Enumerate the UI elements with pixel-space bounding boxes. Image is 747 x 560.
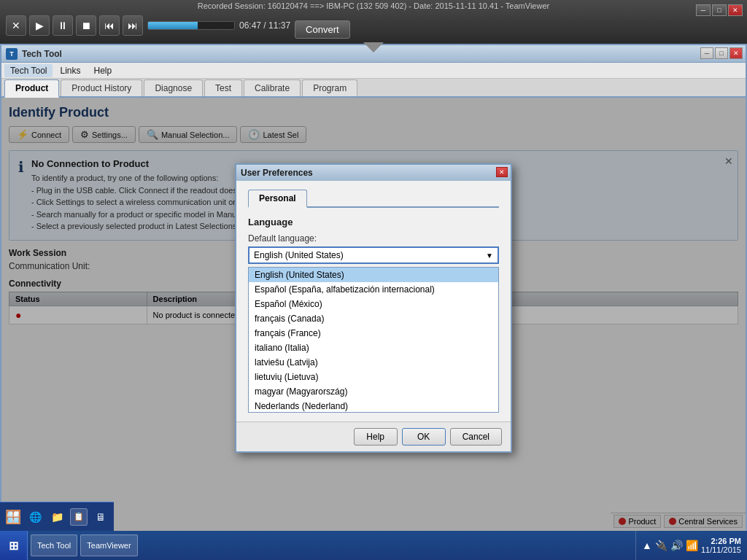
- explorer-icon[interactable]: 📁: [48, 508, 66, 526]
- windows-icon[interactable]: 🪟: [4, 508, 22, 526]
- taskbar-item-techtool[interactable]: Tech Tool: [31, 534, 77, 556]
- dialog-tab-personal[interactable]: Personal: [248, 190, 307, 208]
- lang-option-francais-ca[interactable]: français (Canada): [249, 311, 498, 326]
- lang-option-lietuviu[interactable]: lietuvių (Lietuva): [249, 370, 498, 384]
- dialog-body: Personal Language Default language: Engl…: [236, 181, 511, 421]
- menu-help[interactable]: Help: [88, 64, 118, 77]
- teamviewer-icon[interactable]: 🖥: [92, 508, 109, 526]
- system-clock[interactable]: 2:26 PM 11/11/2015: [701, 537, 741, 554]
- tab-product[interactable]: Product: [4, 79, 59, 98]
- tray-signal-icon[interactable]: 📶: [686, 540, 698, 551]
- dialog-tabs: Personal: [248, 190, 499, 208]
- dialog-footer: Help OK Cancel: [236, 421, 511, 451]
- app-minimize-btn[interactable]: ─: [700, 47, 713, 59]
- dialog-cancel-btn[interactable]: Cancel: [450, 428, 502, 446]
- tab-bar: Product Product History Diagnose Test Ca…: [1, 79, 746, 98]
- tv-progress-bar[interactable]: [147, 21, 235, 30]
- lang-option-english-us[interactable]: English (United States): [249, 268, 498, 282]
- tv-arrow-indicator: [363, 42, 384, 52]
- lang-option-espanol-mx[interactable]: Español (México): [249, 297, 498, 311]
- language-select[interactable]: English (United States) ▼: [248, 246, 499, 264]
- app-close-btn[interactable]: ✕: [729, 47, 743, 59]
- tv-rewind-btn[interactable]: ⏮: [99, 15, 120, 36]
- language-select-wrapper: English (United States) ▼: [248, 246, 499, 264]
- tv-time: 06:47 / 11:37: [239, 20, 290, 31]
- tv-title: Recorded Session: 160120474 ==> IBM-PC (…: [0, 0, 747, 10]
- tv-maximize-btn[interactable]: □: [712, 4, 727, 16]
- app-window: T Tech Tool ─ □ ✕ Tech Tool Links Help P…: [0, 44, 747, 560]
- tv-play-btn[interactable]: ▶: [29, 15, 50, 36]
- lang-option-latviesu[interactable]: latviešu (Latvija): [249, 355, 498, 370]
- dialog-field-language-label: Default language:: [248, 233, 499, 244]
- tv-minimize-btn[interactable]: ─: [696, 4, 711, 16]
- lang-option-nederlands[interactable]: Nederlands (Nederland): [249, 399, 498, 413]
- dialog-title: User Preferences: [241, 168, 313, 178]
- clock-date: 11/11/2015: [701, 545, 741, 554]
- app-icon: T: [6, 48, 18, 60]
- tv-progress-fill: [148, 22, 198, 29]
- tray-volume-icon[interactable]: 🔊: [670, 540, 683, 551]
- tv-close-window-btn[interactable]: ✕: [728, 4, 743, 16]
- tv-pause-btn[interactable]: ⏸: [53, 15, 73, 36]
- app-title: Tech Tool: [22, 49, 62, 59]
- dialog-section-language: Language: [248, 217, 499, 228]
- windows-start-icon: ⊞: [9, 539, 18, 553]
- tab-program[interactable]: Program: [302, 79, 357, 96]
- tray-arrow-icon[interactable]: ▲: [642, 540, 652, 551]
- dialog-help-btn[interactable]: Help: [354, 428, 398, 446]
- start-button[interactable]: ⊞: [0, 531, 28, 560]
- tab-diagnose[interactable]: Diagnose: [144, 79, 203, 96]
- lang-option-italiano[interactable]: italiano (Italia): [249, 341, 498, 355]
- tab-test[interactable]: Test: [204, 79, 242, 96]
- quick-launch-bar: 🪟 🌐 📁 📋 🖥: [0, 502, 114, 531]
- tv-window-controls: ─ □ ✕: [696, 4, 743, 16]
- taskbar: ⊞ Tech Tool TeamViewer ▲ 🔌 🔊 📶 2:26 PM 1…: [0, 531, 747, 560]
- taskbar-items: Tech Tool TeamViewer: [28, 532, 635, 559]
- tv-progress-area: 06:47 / 11:37 Convert: [147, 13, 350, 39]
- teamviewer-bar: Recorded Session: 160120474 ==> IBM-PC (…: [0, 0, 747, 44]
- lang-option-magyar[interactable]: magyar (Magyarország): [249, 384, 498, 399]
- tab-calibrate[interactable]: Calibrate: [244, 79, 301, 96]
- user-preferences-dialog: User Preferences ✕ Personal Language Def…: [235, 163, 512, 453]
- menu-techtool[interactable]: Tech Tool: [4, 64, 53, 77]
- dropdown-arrow-icon: ▼: [486, 252, 493, 260]
- menu-links[interactable]: Links: [54, 64, 86, 77]
- language-selected-value: English (United States): [254, 250, 344, 260]
- lang-option-francais-fr[interactable]: français (France): [249, 326, 498, 341]
- techtool-taskbar-label: Tech Tool: [37, 541, 71, 550]
- language-dropdown-list[interactable]: English (United States) Español (España,…: [248, 267, 499, 413]
- tv-forward-btn[interactable]: ⏭: [123, 15, 143, 36]
- tab-product-history[interactable]: Product History: [61, 79, 142, 96]
- tv-close-btn[interactable]: ✕: [6, 15, 26, 36]
- app-icon-bar[interactable]: 📋: [70, 508, 88, 526]
- dialog-ok-btn[interactable]: OK: [402, 428, 446, 446]
- tv-stop-btn[interactable]: ⏹: [76, 15, 96, 36]
- dialog-titlebar: User Preferences ✕: [236, 165, 511, 181]
- menu-bar: Tech Tool Links Help: [1, 63, 746, 79]
- tv-convert-btn[interactable]: Convert: [295, 20, 350, 39]
- tray-network-icon[interactable]: 🔌: [655, 540, 667, 551]
- tv-controls: ✕ ▶ ⏸ ⏹ ⏮ ⏭: [6, 15, 143, 36]
- main-content: Identify Product ⚡ Connect ⚙ Settings...…: [1, 98, 746, 557]
- app-window-controls: ─ □ ✕: [700, 47, 743, 59]
- dialog-close-btn[interactable]: ✕: [496, 167, 508, 177]
- app-maximize-btn[interactable]: □: [715, 47, 728, 59]
- teamviewer-taskbar-label: TeamViewer: [87, 541, 131, 550]
- system-tray: ▲ 🔌 🔊 📶 2:26 PM 11/11/2015: [635, 531, 747, 560]
- clock-time: 2:26 PM: [701, 537, 741, 545]
- taskbar-item-teamviewer[interactable]: TeamViewer: [80, 534, 137, 556]
- lang-option-espanol-es[interactable]: Español (España, alfabetización internac…: [249, 282, 498, 297]
- ie-icon[interactable]: 🌐: [26, 508, 44, 526]
